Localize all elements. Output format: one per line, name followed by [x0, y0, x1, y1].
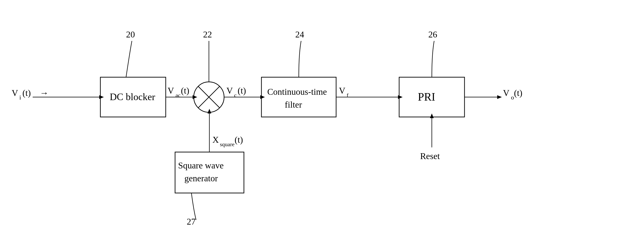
vi-arrow-symbol: → — [40, 88, 48, 98]
vac-label: V — [168, 86, 174, 95]
ct-filter-label-1: Continuous-time — [267, 87, 327, 97]
vac-paren: (t) — [181, 86, 189, 96]
leader-line-26 — [432, 41, 434, 77]
dc-blocker-label: DC blocker — [110, 91, 155, 102]
vo-paren: (t) — [514, 88, 522, 98]
arrow-vo-head — [497, 95, 502, 99]
leader-line-27 — [192, 193, 196, 220]
reset-label: Reset — [420, 151, 440, 161]
block-diagram-svg: 20 22 24 26 27 V i (t) → DC blocker V ac… — [0, 0, 644, 244]
vi-paren: (t) — [22, 88, 31, 98]
vi-subscript: i — [19, 94, 21, 101]
vi-label: V — [12, 88, 18, 98]
xsquare-subscript: square — [220, 141, 234, 147]
vc-label: V — [226, 86, 233, 95]
vf-label: V — [339, 86, 346, 95]
arrow-reset-head — [430, 113, 434, 118]
arrow-vi-head — [99, 95, 104, 99]
vac-subscript: ac — [176, 92, 180, 98]
vc-paren: (t) — [238, 86, 246, 96]
ct-filter-label-2: filter — [285, 100, 302, 109]
sq-wave-gen-label-2: generator — [184, 173, 218, 183]
ref-26: 26 — [428, 30, 437, 39]
pri-label: PRI — [418, 90, 435, 103]
leader-line-20 — [126, 41, 132, 77]
ct-filter-box — [262, 77, 336, 117]
xsquare-paren: (t) — [234, 135, 243, 145]
diagram-container: 20 22 24 26 27 V i (t) → DC blocker V ac… — [0, 0, 644, 244]
vo-label: V — [503, 88, 510, 98]
sq-wave-gen-label-1: Square wave — [178, 161, 224, 170]
ref-22: 22 — [203, 30, 212, 39]
ref-27: 27 — [187, 217, 196, 226]
arrow-xsquare-head — [208, 109, 211, 113]
ref-24: 24 — [295, 30, 304, 39]
xsquare-label: X — [212, 135, 219, 145]
vc-subscript: c — [234, 92, 237, 98]
vo-subscript: o — [511, 94, 514, 101]
arrow-vc-head — [260, 95, 265, 99]
arrow-vac-head — [192, 95, 197, 99]
arrow-vf-head — [398, 95, 403, 99]
sq-wave-gen-box — [175, 152, 244, 193]
vf-subscript: f — [347, 92, 348, 98]
leader-line-24 — [299, 41, 301, 77]
ref-20: 20 — [126, 30, 135, 39]
